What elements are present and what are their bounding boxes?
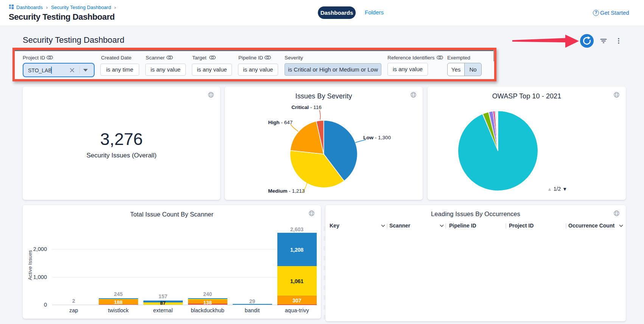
svg-text:High - 647: High - 647 (268, 120, 293, 125)
svg-text:Medium - 1,213: Medium - 1,213 (268, 188, 305, 194)
svg-text:Critical - 116: Critical - 116 (291, 104, 321, 110)
svg-text:Low - 1,300: Low - 1,300 (363, 135, 391, 140)
